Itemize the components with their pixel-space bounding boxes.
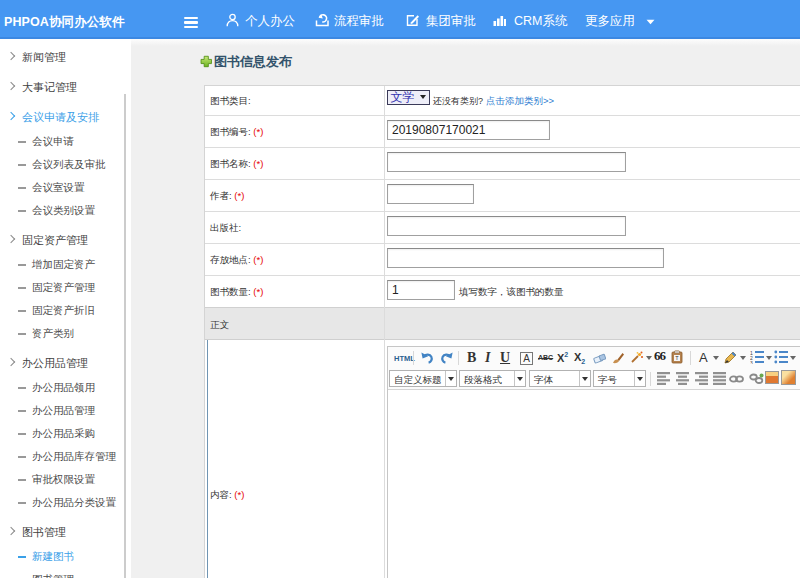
svg-text:3: 3 bbox=[750, 360, 753, 364]
